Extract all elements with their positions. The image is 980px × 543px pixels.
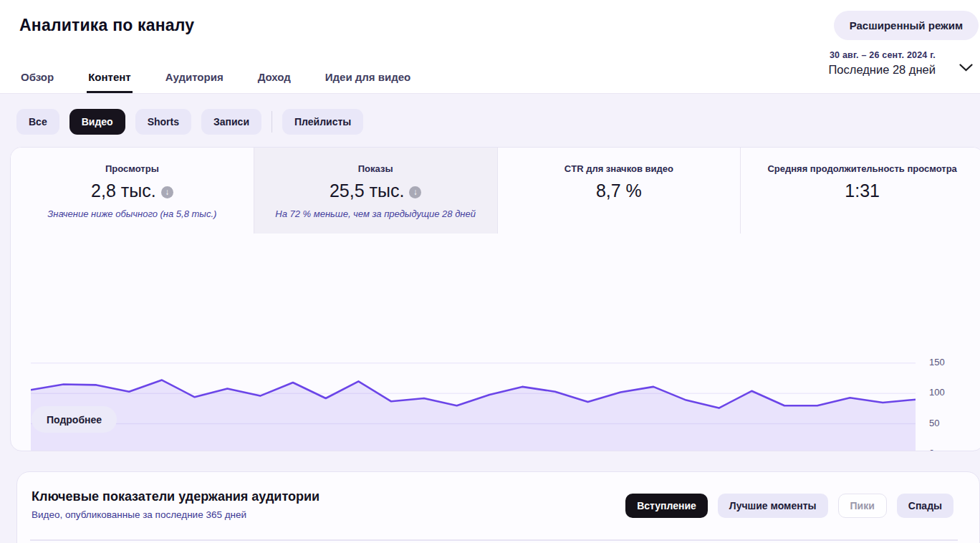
metric-value: 1:31	[845, 181, 880, 201]
metric-label: Средняя продолжительность просмотра	[741, 163, 980, 174]
chevron-down-icon[interactable]	[959, 62, 973, 75]
metric-value: 25,5 тыс.	[330, 181, 404, 201]
tab-overview[interactable]: Обзор	[19, 64, 55, 93]
chart-plot-area[interactable]	[31, 327, 916, 451]
analytics-tabs: Обзор Контент Аудитория Доход Идеи для в…	[19, 64, 412, 93]
details-button[interactable]: Подробнее	[32, 406, 117, 433]
down-arrow-circle-icon: ↓	[161, 186, 173, 198]
metric-cards: Просмотры 2,8 тыс.↓ Значение ниже обычно…	[11, 148, 980, 234]
content-filter-chips: Все Видео Shorts Записи Плейлисты	[16, 109, 363, 135]
metric-value: 2,8 тыс.	[91, 181, 156, 201]
metric-label: Просмотры	[11, 163, 254, 174]
metric-label: Показы	[254, 163, 497, 174]
series-area-fill	[31, 380, 916, 451]
retention-button-intro[interactable]: Вступление	[625, 494, 708, 518]
y-axis-tick-label: 0	[929, 448, 934, 451]
metric-avg-view-duration[interactable]: Средняя продолжительность просмотра 1:31	[741, 148, 980, 234]
retention-card: Ключевые показатели удержания аудитории …	[16, 471, 980, 543]
retention-title: Ключевые показатели удержания аудитории	[32, 489, 320, 504]
analytics-card: Просмотры 2,8 тыс.↓ Значение ниже обычно…	[10, 147, 980, 451]
retention-moment-buttons: Вступление Лучшие моменты Пики Спады	[625, 494, 953, 518]
y-axis-tick-label: 150	[929, 357, 945, 367]
date-range-picker[interactable]: 30 авг. – 26 сент. 2024 г. Последние 28 …	[828, 50, 936, 77]
metric-impressions[interactable]: Показы 25,5 тыс.↓ На 72 % меньше, чем за…	[254, 148, 498, 234]
filter-chip-playlists[interactable]: Плейлисты	[282, 109, 363, 135]
chip-divider	[272, 111, 272, 133]
filter-chip-posts[interactable]: Записи	[201, 109, 261, 135]
metric-value: 8,7 %	[596, 181, 642, 201]
down-arrow-circle-icon: ↓	[409, 186, 421, 198]
metric-views[interactable]: Просмотры 2,8 тыс.↓ Значение ниже обычно…	[11, 148, 254, 234]
metric-note: Значение ниже обычного (на 5,8 тыс.)	[11, 208, 254, 219]
retention-divider	[30, 539, 958, 541]
retention-button-dips[interactable]: Спады	[897, 494, 953, 518]
retention-button-top-moments[interactable]: Лучшие моменты	[718, 494, 828, 518]
page-title: Аналитика по каналу	[19, 16, 194, 35]
tab-video-ideas[interactable]: Идеи для видео	[324, 64, 412, 93]
y-axis-tick-label: 50	[929, 418, 939, 428]
tab-content[interactable]: Контент	[87, 64, 132, 93]
filter-chip-all[interactable]: Все	[16, 109, 59, 135]
y-axis-tick-label: 100	[929, 387, 945, 398]
date-preset-text: Последние 28 дней	[828, 63, 936, 77]
retention-button-spikes: Пики	[838, 494, 887, 518]
date-range-text: 30 авг. – 26 сент. 2024 г.	[828, 50, 936, 60]
advanced-mode-button[interactable]: Расширенный режим	[834, 11, 979, 40]
filter-chip-video[interactable]: Видео	[69, 109, 125, 135]
tab-audience[interactable]: Аудитория	[164, 64, 225, 93]
tab-revenue[interactable]: Доход	[256, 64, 292, 93]
metric-note: На 72 % меньше, чем за предыдущие 28 дне…	[254, 208, 497, 219]
metric-label: CTR для значков видео	[498, 163, 741, 174]
retention-subtitle: Видео, опубликованные за последние 365 д…	[32, 509, 246, 520]
metric-ctr[interactable]: CTR для значков видео 8,7 %	[498, 148, 741, 234]
filter-chip-shorts[interactable]: Shorts	[135, 109, 191, 135]
header: Аналитика по каналу Расширенный режим Об…	[0, 0, 980, 94]
impressions-line-chart[interactable]: 15010050030 авг. 2024 г.4 сент. 2024 г.8…	[11, 234, 980, 451]
